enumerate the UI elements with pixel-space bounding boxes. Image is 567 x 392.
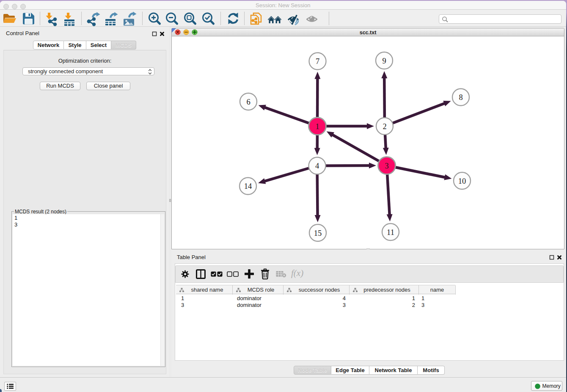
svg-text:9: 9 (382, 57, 386, 65)
svg-text:7: 7 (316, 57, 319, 66)
svg-text:2: 2 (383, 122, 386, 131)
svg-text:15: 15 (314, 229, 322, 237)
svg-text:3: 3 (385, 162, 388, 170)
svg-text:11: 11 (387, 228, 394, 237)
svg-text:14: 14 (244, 182, 252, 190)
svg-text:4: 4 (315, 162, 319, 170)
svg-text:1: 1 (315, 122, 319, 131)
svg-text:10: 10 (458, 177, 466, 185)
svg-text:6: 6 (246, 98, 250, 106)
svg-text:8: 8 (459, 93, 462, 102)
